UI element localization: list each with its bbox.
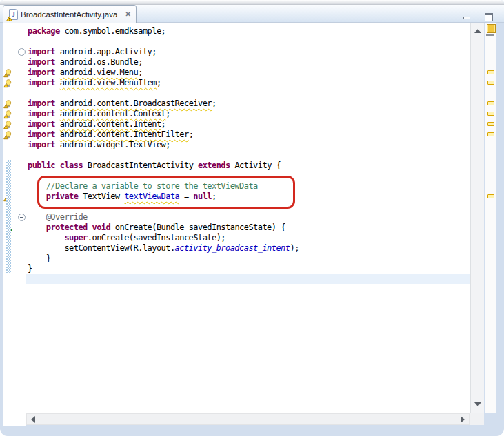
code-token: import <box>28 47 55 56</box>
code-token: import <box>28 57 55 67</box>
horizontal-scrollbar[interactable] <box>26 413 470 425</box>
code-token: activity_broadcast_intent <box>175 243 290 253</box>
scrollbar-corner <box>470 413 484 425</box>
code-token: } <box>28 253 50 263</box>
code-token: ; <box>161 119 166 129</box>
code-token: com.symbol.emdksample; <box>60 26 166 36</box>
code-token: extends <box>198 160 230 170</box>
eclipse-editor-window: J BroadcastIntentActivity.java ✕ <box>0 0 504 436</box>
code-line: import android.view.MenuItem; <box>28 78 165 88</box>
scroll-right-icon[interactable] <box>461 416 465 423</box>
code-line <box>28 150 32 160</box>
code-token: ; <box>212 98 216 108</box>
overview-ruler <box>485 23 496 413</box>
code-token: super <box>64 233 87 242</box>
code-line: setContentView(R.layout.activity_broadca… <box>28 243 303 253</box>
code-line: import android.content.Intent; <box>28 119 170 129</box>
code-line: import android.app.Activity; <box>28 47 161 57</box>
code-token: .onCreate(savedInstanceState); <box>88 233 225 242</box>
code-token: package <box>28 26 60 36</box>
code-token: protected <box>46 222 88 232</box>
warning-overview-marker[interactable] <box>487 122 494 126</box>
scroll-up-icon[interactable] <box>474 29 481 33</box>
vertical-scrollbar[interactable] <box>470 23 484 413</box>
code-token: setContentView(R.layout. <box>28 243 175 253</box>
code-line: import android.content.BroadcastReceiver… <box>28 98 221 109</box>
code-token: import <box>28 68 55 77</box>
code-token: android.view.MenuItem <box>60 78 157 87</box>
change-bar <box>6 160 11 273</box>
fold-collapse-icon[interactable] <box>18 214 26 221</box>
highlight-annotation-box <box>37 176 295 209</box>
code-token <box>55 98 60 108</box>
maximize-icon <box>485 13 493 21</box>
code-line: import android.content.Context; <box>28 109 174 119</box>
code-token: android.app.Activity; <box>55 47 157 56</box>
code-line: @Override <box>28 212 92 222</box>
overview-separator <box>486 34 494 36</box>
code-token: import <box>28 109 55 118</box>
code-line <box>28 37 32 47</box>
code-line: import android.os.Bundle; <box>28 57 147 68</box>
warning-overview-marker[interactable] <box>487 101 494 105</box>
warnings-overview-badge[interactable] <box>487 24 496 33</box>
code-token <box>55 109 60 118</box>
code-token: @Override <box>28 212 88 222</box>
code-token: import <box>28 98 55 108</box>
warning-overview-marker[interactable] <box>487 70 494 74</box>
code-text: package com.symbol.emdksample;import and… <box>26 23 470 413</box>
code-token <box>55 129 60 139</box>
tab-label: BroadcastIntentActivity.java <box>21 10 117 19</box>
editor-tab[interactable]: J BroadcastIntentActivity.java ✕ <box>3 5 137 23</box>
code-token: import <box>28 119 55 129</box>
code-token: import <box>28 78 55 87</box>
code-line <box>28 171 32 181</box>
gutter-bottom-pad <box>3 413 26 426</box>
code-token: android.widget.TextView; <box>55 140 170 149</box>
code-line <box>28 88 32 98</box>
warning-lightbulb-icon[interactable] <box>3 109 14 119</box>
code-token: } <box>28 264 32 273</box>
scroll-left-icon[interactable] <box>31 416 35 423</box>
close-icon[interactable]: ✕ <box>125 11 130 18</box>
code-editor[interactable]: package com.symbol.emdksample;import and… <box>3 23 470 413</box>
code-token: onCreate(Bundle savedInstanceState) { <box>110 222 285 232</box>
minimize-icon <box>463 17 470 19</box>
warning-overview-marker[interactable] <box>487 112 494 116</box>
code-line: import android.view.Menu; <box>28 68 147 78</box>
fold-collapse-icon[interactable] <box>18 48 26 56</box>
maximize-button[interactable] <box>482 11 496 23</box>
code-token: import <box>28 140 55 149</box>
code-token: android.content.IntentFilter <box>60 129 189 139</box>
code-token <box>28 222 46 232</box>
code-token: android.content.Intent <box>60 119 161 129</box>
warning-lightbulb-icon[interactable] <box>3 98 14 109</box>
code-token: ; <box>165 109 170 118</box>
code-token: android.os.Bundle; <box>55 57 143 67</box>
warning-lightbulb-icon[interactable] <box>3 129 14 140</box>
code-token: ; <box>189 129 194 139</box>
code-token: Activity { <box>230 160 281 170</box>
warning-overlay-icon <box>6 16 12 21</box>
code-token <box>28 233 64 242</box>
code-token: android.content.Context <box>60 109 166 118</box>
warning-overview-marker[interactable] <box>487 81 494 85</box>
code-token: public <box>28 160 55 170</box>
warning-overview-marker[interactable] <box>487 132 494 136</box>
code-line: import android.content.IntentFilter; <box>28 129 197 140</box>
code-line: super.onCreate(savedInstanceState); <box>28 233 230 243</box>
warning-lightbulb-icon[interactable] <box>3 68 14 78</box>
scroll-down-icon[interactable] <box>474 402 481 406</box>
code-token: ); <box>290 243 299 253</box>
warning-lightbulb-icon[interactable] <box>3 119 14 129</box>
java-file-icon: J <box>8 9 17 20</box>
editor-tab-bar: J BroadcastIntentActivity.java ✕ <box>0 5 504 23</box>
code-token: ; <box>157 78 161 87</box>
code-token: void <box>92 222 110 232</box>
warning-lightbulb-icon[interactable] <box>3 78 14 88</box>
minimize-button[interactable] <box>461 12 473 23</box>
code-line: import android.widget.TextView; <box>28 140 174 150</box>
code-line <box>28 202 32 212</box>
code-token: class <box>60 160 83 170</box>
warning-overview-marker[interactable] <box>487 194 494 198</box>
